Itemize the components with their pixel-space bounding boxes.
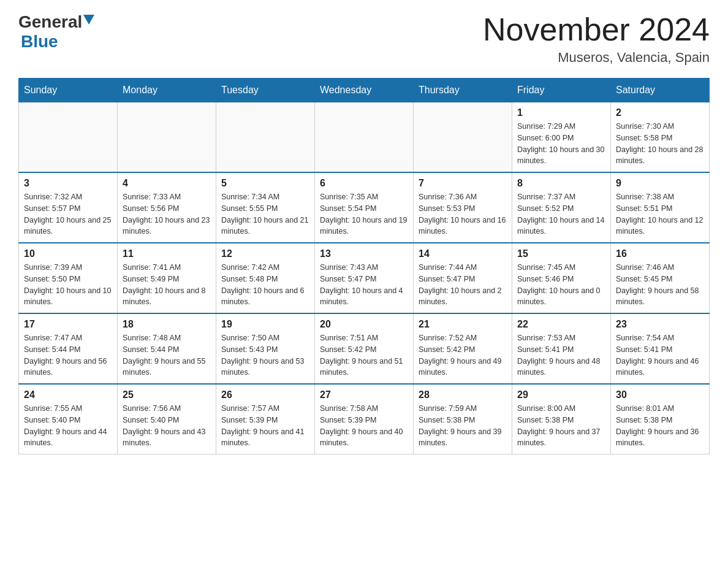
day-info: Sunrise: 8:00 AMSunset: 5:38 PMDaylight:…	[517, 403, 605, 449]
day-info: Sunrise: 7:55 AMSunset: 5:40 PMDaylight:…	[24, 403, 112, 449]
weekday-header-wednesday: Wednesday	[315, 79, 414, 102]
day-info: Sunrise: 7:56 AMSunset: 5:40 PMDaylight:…	[123, 403, 211, 449]
day-info: Sunrise: 7:45 AMSunset: 5:46 PMDaylight:…	[517, 262, 605, 308]
day-number: 6	[320, 178, 408, 189]
logo-general-text: General	[18, 12, 82, 32]
calendar-day-cell: 2Sunrise: 7:30 AMSunset: 5:58 PMDaylight…	[611, 102, 710, 173]
day-number: 18	[123, 319, 211, 330]
day-number: 23	[616, 319, 704, 330]
day-info: Sunrise: 7:52 AMSunset: 5:42 PMDaylight:…	[419, 332, 507, 378]
day-number: 8	[517, 178, 605, 189]
day-number: 30	[616, 389, 704, 400]
day-number: 13	[320, 248, 408, 259]
calendar-day-cell: 23Sunrise: 7:54 AMSunset: 5:41 PMDayligh…	[611, 313, 710, 384]
calendar-week-row: 24Sunrise: 7:55 AMSunset: 5:40 PMDayligh…	[19, 384, 710, 454]
calendar-day-cell: 5Sunrise: 7:34 AMSunset: 5:55 PMDaylight…	[216, 172, 315, 243]
day-number: 28	[419, 389, 507, 400]
logo: General Blue	[18, 12, 94, 52]
calendar-day-cell	[216, 102, 315, 173]
calendar-day-cell: 8Sunrise: 7:37 AMSunset: 5:52 PMDaylight…	[512, 172, 611, 243]
weekday-header-friday: Friday	[512, 79, 611, 102]
calendar-day-cell: 13Sunrise: 7:43 AMSunset: 5:47 PMDayligh…	[315, 243, 414, 313]
calendar-day-cell: 9Sunrise: 7:38 AMSunset: 5:51 PMDaylight…	[611, 172, 710, 243]
day-number: 19	[221, 319, 309, 330]
day-number: 29	[517, 389, 605, 400]
day-info: Sunrise: 7:36 AMSunset: 5:53 PMDaylight:…	[419, 191, 507, 237]
title-area: November 2024 Museros, Valencia, Spain	[483, 12, 710, 66]
calendar-day-cell	[19, 102, 118, 173]
weekday-header-tuesday: Tuesday	[216, 79, 315, 102]
day-number: 15	[517, 248, 605, 259]
day-number: 26	[221, 389, 309, 400]
day-number: 17	[24, 319, 112, 330]
day-number: 14	[419, 248, 507, 259]
day-info: Sunrise: 7:38 AMSunset: 5:51 PMDaylight:…	[616, 191, 704, 237]
calendar-day-cell: 19Sunrise: 7:50 AMSunset: 5:43 PMDayligh…	[216, 313, 315, 384]
day-info: Sunrise: 7:53 AMSunset: 5:41 PMDaylight:…	[517, 332, 605, 378]
logo-triangle-icon	[83, 15, 94, 27]
day-number: 11	[123, 248, 211, 259]
calendar-day-cell: 15Sunrise: 7:45 AMSunset: 5:46 PMDayligh…	[512, 243, 611, 313]
svg-marker-0	[83, 15, 94, 25]
calendar-day-cell: 27Sunrise: 7:58 AMSunset: 5:39 PMDayligh…	[315, 384, 414, 454]
calendar-day-cell	[414, 102, 512, 173]
calendar-day-cell: 30Sunrise: 8:01 AMSunset: 5:38 PMDayligh…	[611, 384, 710, 454]
day-info: Sunrise: 7:48 AMSunset: 5:44 PMDaylight:…	[123, 332, 211, 378]
day-number: 22	[517, 319, 605, 330]
day-number: 5	[221, 178, 309, 189]
calendar-day-cell: 3Sunrise: 7:32 AMSunset: 5:57 PMDaylight…	[19, 172, 118, 243]
day-number: 2	[616, 107, 704, 118]
day-number: 27	[320, 389, 408, 400]
calendar-day-cell: 10Sunrise: 7:39 AMSunset: 5:50 PMDayligh…	[19, 243, 118, 313]
calendar-day-cell: 20Sunrise: 7:51 AMSunset: 5:42 PMDayligh…	[315, 313, 414, 384]
calendar-day-cell: 4Sunrise: 7:33 AMSunset: 5:56 PMDaylight…	[118, 172, 216, 243]
calendar-week-row: 17Sunrise: 7:47 AMSunset: 5:44 PMDayligh…	[19, 313, 710, 384]
calendar-day-cell: 18Sunrise: 7:48 AMSunset: 5:44 PMDayligh…	[118, 313, 216, 384]
day-number: 21	[419, 319, 507, 330]
day-number: 4	[123, 178, 211, 189]
calendar-day-cell: 29Sunrise: 8:00 AMSunset: 5:38 PMDayligh…	[512, 384, 611, 454]
weekday-header-sunday: Sunday	[19, 79, 118, 102]
day-info: Sunrise: 7:32 AMSunset: 5:57 PMDaylight:…	[24, 191, 112, 237]
day-info: Sunrise: 7:29 AMSunset: 6:00 PMDaylight:…	[517, 121, 605, 167]
day-info: Sunrise: 7:51 AMSunset: 5:42 PMDaylight:…	[320, 332, 408, 378]
calendar-day-cell: 16Sunrise: 7:46 AMSunset: 5:45 PMDayligh…	[611, 243, 710, 313]
calendar-day-cell	[118, 102, 216, 173]
page-header: General Blue November 2024 Museros, Vale…	[18, 12, 710, 66]
calendar-day-cell: 28Sunrise: 7:59 AMSunset: 5:38 PMDayligh…	[414, 384, 512, 454]
day-number: 7	[419, 178, 507, 189]
calendar-day-cell	[315, 102, 414, 173]
day-number: 24	[24, 389, 112, 400]
day-number: 1	[517, 107, 605, 118]
day-info: Sunrise: 7:43 AMSunset: 5:47 PMDaylight:…	[320, 262, 408, 308]
calendar-day-cell: 1Sunrise: 7:29 AMSunset: 6:00 PMDaylight…	[512, 102, 611, 173]
location-subtitle: Museros, Valencia, Spain	[483, 50, 710, 66]
calendar-day-cell: 26Sunrise: 7:57 AMSunset: 5:39 PMDayligh…	[216, 384, 315, 454]
weekday-header-saturday: Saturday	[611, 79, 710, 102]
calendar-day-cell: 11Sunrise: 7:41 AMSunset: 5:49 PMDayligh…	[118, 243, 216, 313]
month-title: November 2024	[483, 12, 710, 47]
day-info: Sunrise: 7:39 AMSunset: 5:50 PMDaylight:…	[24, 262, 112, 308]
calendar-day-cell: 21Sunrise: 7:52 AMSunset: 5:42 PMDayligh…	[414, 313, 512, 384]
calendar-week-row: 3Sunrise: 7:32 AMSunset: 5:57 PMDaylight…	[19, 172, 710, 243]
day-info: Sunrise: 7:33 AMSunset: 5:56 PMDaylight:…	[123, 191, 211, 237]
calendar-week-row: 10Sunrise: 7:39 AMSunset: 5:50 PMDayligh…	[19, 243, 710, 313]
day-number: 12	[221, 248, 309, 259]
day-number: 25	[123, 389, 211, 400]
day-info: Sunrise: 8:01 AMSunset: 5:38 PMDaylight:…	[616, 403, 704, 449]
day-info: Sunrise: 7:59 AMSunset: 5:38 PMDaylight:…	[419, 403, 507, 449]
day-info: Sunrise: 7:58 AMSunset: 5:39 PMDaylight:…	[320, 403, 408, 449]
calendar-day-cell: 12Sunrise: 7:42 AMSunset: 5:48 PMDayligh…	[216, 243, 315, 313]
calendar-day-cell: 17Sunrise: 7:47 AMSunset: 5:44 PMDayligh…	[19, 313, 118, 384]
day-number: 16	[616, 248, 704, 259]
day-info: Sunrise: 7:50 AMSunset: 5:43 PMDaylight:…	[221, 332, 309, 378]
calendar-day-cell: 7Sunrise: 7:36 AMSunset: 5:53 PMDaylight…	[414, 172, 512, 243]
calendar-day-cell: 25Sunrise: 7:56 AMSunset: 5:40 PMDayligh…	[118, 384, 216, 454]
calendar-header-row: SundayMondayTuesdayWednesdayThursdayFrid…	[19, 79, 710, 102]
day-number: 9	[616, 178, 704, 189]
day-info: Sunrise: 7:54 AMSunset: 5:41 PMDaylight:…	[616, 332, 704, 378]
day-info: Sunrise: 7:41 AMSunset: 5:49 PMDaylight:…	[123, 262, 211, 308]
day-info: Sunrise: 7:34 AMSunset: 5:55 PMDaylight:…	[221, 191, 309, 237]
calendar-day-cell: 24Sunrise: 7:55 AMSunset: 5:40 PMDayligh…	[19, 384, 118, 454]
day-number: 10	[24, 248, 112, 259]
